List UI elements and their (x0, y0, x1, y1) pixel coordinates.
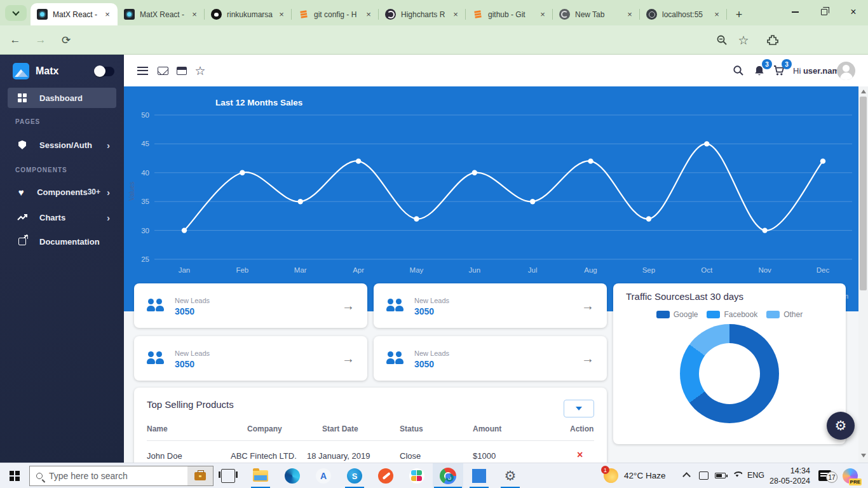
sidebar-item-documentation[interactable]: Documentation (8, 231, 116, 252)
scrollbar-thumb[interactable] (860, 97, 867, 290)
taskbar-chrome-active[interactable]: b (433, 463, 463, 488)
search-icon[interactable] (731, 63, 746, 78)
browser-tab-6[interactable]: github - Git× (466, 3, 553, 25)
clock[interactable]: 14:34 28-05-2024 (766, 466, 810, 486)
back-button[interactable]: ← (6, 31, 24, 49)
window-close-button[interactable]: × (839, 0, 868, 24)
tab-close-icon[interactable]: × (276, 10, 287, 20)
bookmark-star-icon[interactable]: ☆ (735, 31, 752, 49)
scroll-down-arrow[interactable] (861, 454, 866, 458)
taskbar-edge[interactable] (277, 463, 308, 488)
window-minimize-button[interactable] (780, 0, 810, 24)
zoom-icon[interactable] (713, 31, 731, 49)
sidebar: Matx Dashboard PAGES Session/Auth › COMP… (0, 55, 124, 463)
table-divider (147, 440, 594, 441)
scrollbar[interactable] (858, 86, 868, 463)
delete-row-x-icon[interactable]: × (577, 449, 583, 461)
device-tray-icon[interactable] (699, 471, 709, 480)
table-title: Top Selling Products (147, 399, 234, 410)
chevron-right-icon: › (107, 140, 110, 150)
window-maximize-button[interactable] (810, 0, 839, 24)
browser-tab-7[interactable]: New Tab× (553, 3, 640, 25)
battery-icon[interactable] (715, 473, 726, 478)
sales-chart-section: Last 12 Months Sales 253035404550JanFebM… (124, 86, 858, 311)
reload-button[interactable]: ⟳ (57, 31, 75, 49)
tab-close-icon[interactable]: × (538, 10, 548, 20)
tab-label: github - Git (488, 10, 538, 19)
table-filter-dropdown[interactable] (564, 400, 594, 417)
arrow-right-icon[interactable]: → (581, 351, 594, 366)
tab-list-chevron-button[interactable] (5, 5, 27, 21)
sidebar-item-dashboard[interactable]: Dashboard (8, 88, 116, 108)
settings-fab-button[interactable]: ⚙ (827, 412, 855, 440)
tab-close-icon[interactable]: × (363, 10, 374, 20)
mail-icon[interactable] (155, 63, 170, 78)
arrow-right-icon[interactable]: → (342, 299, 355, 313)
new-leads-card-4[interactable]: New Leads3050 → (374, 336, 607, 381)
sidebar-item-session-auth[interactable]: Session/Auth › (8, 135, 116, 155)
browser-tab-4[interactable]: git config - H× (292, 3, 379, 25)
start-button[interactable] (0, 463, 29, 488)
taskbar-vscode[interactable] (464, 463, 494, 488)
sidebar-section-pages: PAGES (15, 118, 40, 125)
notifications-bell-icon[interactable]: 3 (752, 63, 767, 78)
browser-tab-5[interactable]: Highcharts R× (379, 3, 466, 25)
svg-text:25: 25 (141, 255, 149, 263)
web-asset-icon[interactable] (174, 63, 189, 78)
briefcase-button[interactable] (187, 466, 213, 485)
column-header-action: Action (570, 424, 593, 433)
browser-tab-1[interactable]: MatX React -× (31, 3, 118, 25)
briefcase-icon (194, 472, 206, 480)
sidebar-item-components[interactable]: ♥ Components 30+ › (8, 182, 116, 202)
action-center-icon[interactable]: 17 (818, 470, 831, 481)
cart-icon[interactable]: 3 (771, 63, 787, 78)
taskbar-file-explorer[interactable] (245, 463, 276, 488)
tab-close-icon[interactable]: × (451, 10, 461, 20)
taskbar-a-app[interactable]: A (308, 463, 339, 488)
trending-up-icon (17, 212, 28, 223)
tab-label: MatX React - (53, 10, 102, 19)
browser-tab-8[interactable]: localhost:55× (640, 3, 727, 25)
tab-close-icon[interactable]: × (189, 10, 200, 20)
taskbar-skype[interactable]: S (339, 463, 370, 488)
browser-tab-2[interactable]: MatX React -× (118, 3, 205, 25)
arrow-right-icon[interactable]: → (581, 299, 594, 313)
star-icon[interactable]: ☆ (193, 63, 208, 78)
new-leads-card-1[interactable]: New Leads3050 → (134, 283, 367, 328)
taskbar-settings[interactable]: ⚙ (495, 463, 526, 488)
weather-text[interactable]: 42°C Haze (624, 471, 665, 480)
wifi-icon[interactable] (732, 471, 742, 479)
legend-swatch (766, 311, 780, 318)
tab-close-icon[interactable]: × (102, 10, 112, 20)
new-leads-card-2[interactable]: New Leads3050 → (374, 283, 607, 328)
scroll-up-arrow[interactable] (861, 90, 866, 93)
copilot-icon[interactable]: PRE (843, 468, 858, 484)
svg-text:30: 30 (141, 227, 149, 234)
svg-text:40: 40 (141, 169, 149, 177)
language-indicator[interactable]: ENG (747, 471, 764, 480)
minimize-icon (792, 11, 799, 13)
edge-icon (285, 468, 300, 484)
svg-text:Feb: Feb (236, 266, 248, 274)
tab-close-icon[interactable]: × (712, 10, 722, 20)
tab-label: git config - H (314, 10, 363, 19)
taskbar-search-box[interactable]: Type here to search (29, 466, 214, 486)
lead-card-label: New Leads (175, 297, 210, 304)
task-view-icon[interactable] (221, 469, 235, 483)
tray-expand-chevron[interactable] (684, 471, 689, 479)
legend-swatch (656, 311, 670, 318)
arrow-right-icon[interactable]: → (342, 351, 355, 366)
menu-hamburger-icon[interactable] (135, 63, 150, 78)
forward-button[interactable]: → (32, 31, 50, 49)
weather-tray-icon[interactable]: 1 (604, 468, 618, 483)
avatar[interactable] (837, 62, 855, 80)
sidebar-item-charts[interactable]: Charts › (8, 207, 116, 227)
new-tab-button[interactable]: + (731, 6, 747, 23)
sidebar-mode-toggle[interactable] (95, 67, 114, 76)
taskbar-postman[interactable] (370, 463, 401, 488)
new-leads-card-3[interactable]: New Leads3050 → (134, 336, 367, 381)
taskbar-slack[interactable] (402, 463, 432, 488)
browser-tab-3[interactable]: rinkukumarsa× (205, 3, 292, 25)
tab-close-icon[interactable]: × (625, 10, 635, 20)
extensions-puzzle-icon[interactable] (764, 31, 782, 49)
